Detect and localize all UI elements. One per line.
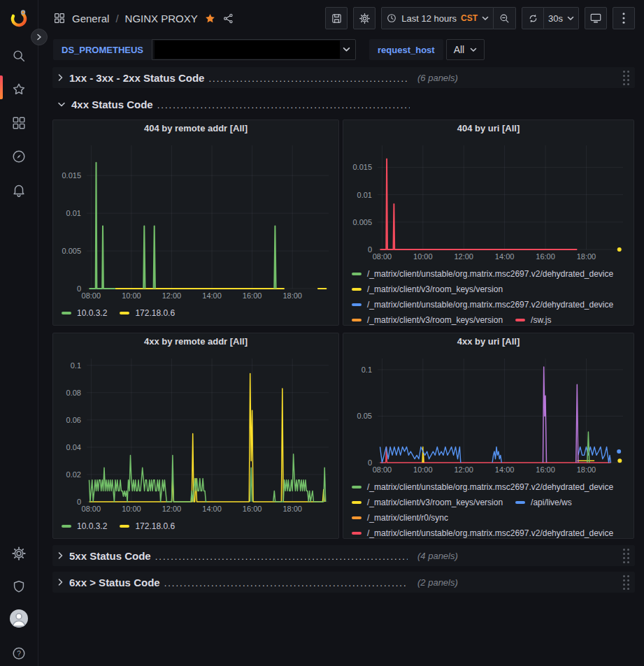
profile-avatar[interactable] bbox=[0, 607, 38, 630]
panel-title[interactable]: 404 by uri [All] bbox=[343, 123, 634, 140]
configuration-gear-icon[interactable] bbox=[0, 542, 38, 565]
row-title: 4xx Status Code bbox=[71, 99, 153, 110]
legend-item[interactable]: 10.0.3.2 bbox=[62, 305, 107, 321]
chart-canvas[interactable]: 08:0010:0012:0014:0016:0018:0000.050.1 bbox=[345, 353, 631, 475]
legend-item[interactable]: /_matrix/client/r0/sync bbox=[352, 510, 448, 526]
row-drag-handle[interactable] bbox=[623, 549, 629, 563]
svg-text:0.1: 0.1 bbox=[71, 361, 81, 370]
explore-compass-icon[interactable] bbox=[0, 145, 38, 168]
legend-label: /_matrix/client/unstable/org.matrix.msc2… bbox=[367, 300, 613, 310]
svg-text:0.005: 0.005 bbox=[352, 218, 372, 226]
search-icon[interactable] bbox=[0, 45, 38, 67]
dashboard-settings-button[interactable] bbox=[353, 7, 375, 29]
legend-item[interactable]: /_matrix/client/unstable/org.matrix.msc2… bbox=[352, 266, 613, 282]
refresh-interval-dropdown[interactable]: 30s bbox=[544, 7, 579, 29]
more-options-button[interactable] bbox=[613, 7, 635, 29]
legend-item[interactable]: 10.0.3.2 bbox=[62, 519, 107, 534]
legend-item[interactable]: /_matrix/client/unstable/org.matrix.msc2… bbox=[352, 479, 613, 495]
datasource-select[interactable] bbox=[152, 39, 356, 60]
panel-legend: 10.0.3.2172.18.0.6 bbox=[62, 519, 338, 534]
panel-title[interactable]: 4xx by uri [All] bbox=[343, 336, 634, 353]
save-dashboard-button[interactable] bbox=[325, 7, 348, 29]
legend-swatch bbox=[352, 303, 362, 306]
refresh-icon bbox=[527, 13, 539, 24]
svg-text:12:00: 12:00 bbox=[162, 291, 182, 300]
panel-title[interactable]: 404 by remote addr [All] bbox=[53, 123, 338, 140]
legend-swatch bbox=[352, 516, 362, 519]
svg-text:0: 0 bbox=[77, 284, 81, 293]
sidebar: ? bbox=[0, 0, 38, 666]
legend-item[interactable]: /_matrix/client/unstable/org.matrix.msc2… bbox=[352, 526, 613, 538]
request-host-label[interactable]: request_host bbox=[369, 39, 443, 60]
grafana-logo-icon[interactable] bbox=[0, 7, 38, 29]
svg-text:16:00: 16:00 bbox=[536, 252, 555, 261]
server-admin-shield-icon[interactable] bbox=[0, 576, 38, 598]
svg-text:16:00: 16:00 bbox=[536, 465, 555, 474]
legend-label: /_matrix/client/unstable/org.matrix.msc2… bbox=[367, 528, 613, 538]
legend-item[interactable]: /_matrix/client/v3/room_keys/version bbox=[352, 312, 503, 325]
row-5xx[interactable]: 5xx Status Code ........................… bbox=[52, 545, 635, 566]
chart-canvas[interactable]: 08:0010:0012:0014:0016:0018:0000.0050.01… bbox=[55, 140, 337, 301]
legend-swatch bbox=[62, 312, 71, 314]
legend-swatch bbox=[120, 525, 129, 528]
svg-text:18:00: 18:00 bbox=[282, 505, 302, 513]
svg-text:18:00: 18:00 bbox=[577, 252, 596, 261]
svg-text:12:00: 12:00 bbox=[454, 252, 473, 261]
svg-text:0.06: 0.06 bbox=[66, 416, 81, 424]
refresh-button[interactable] bbox=[522, 7, 544, 29]
share-icon[interactable] bbox=[222, 13, 234, 24]
refresh-interval-value: 30s bbox=[548, 13, 563, 24]
leader-dots: ........................................… bbox=[157, 100, 410, 110]
row-title: 1xx - 3xx - 2xx Status Code bbox=[69, 72, 204, 84]
legend-item[interactable]: 172.18.0.6 bbox=[120, 305, 175, 321]
cycle-view-mode-button[interactable] bbox=[585, 7, 607, 29]
svg-text:10:00: 10:00 bbox=[122, 505, 141, 513]
dashboards-icon[interactable] bbox=[0, 112, 38, 134]
request-host-select[interactable]: All bbox=[446, 39, 485, 60]
svg-text:0.04: 0.04 bbox=[66, 443, 81, 451]
datasource-label[interactable]: DS_PROMETHEUS bbox=[53, 39, 152, 60]
svg-text:08:00: 08:00 bbox=[373, 465, 392, 474]
legend-item[interactable]: /_matrix/client/v3/room_keys/version bbox=[352, 282, 503, 297]
legend-item[interactable]: /_matrix/client/unstable/org.matrix.msc2… bbox=[352, 297, 613, 312]
legend-item[interactable]: /_matrix/client/v3/room_keys/version bbox=[352, 495, 503, 510]
help-icon[interactable]: ? bbox=[0, 642, 38, 665]
zoom-out-button[interactable] bbox=[494, 7, 516, 29]
gear-icon bbox=[359, 13, 371, 24]
breadcrumb-section[interactable]: General bbox=[72, 13, 109, 24]
time-picker-group: Last 12 hours CST bbox=[381, 7, 516, 29]
row-drag-handle[interactable] bbox=[623, 575, 629, 590]
sidebar-expand-button[interactable] bbox=[31, 29, 48, 45]
panels-row-2: 4xx by remote addr [All] 08:0010:0012:00… bbox=[52, 333, 635, 539]
favorite-star-icon[interactable] bbox=[204, 13, 216, 24]
row-4xx[interactable]: 4xx Status Code ........................… bbox=[52, 94, 635, 114]
refresh-group: 30s bbox=[522, 7, 579, 29]
legend-swatch bbox=[515, 501, 525, 504]
legend-swatch bbox=[120, 312, 129, 314]
legend-item[interactable]: 172.18.0.6 bbox=[120, 519, 175, 534]
chevron-down-icon bbox=[470, 48, 477, 52]
row-6xx[interactable]: 6xx > Status Code ......................… bbox=[52, 572, 635, 593]
legend-swatch bbox=[515, 319, 525, 321]
alerting-bell-icon[interactable] bbox=[0, 179, 38, 201]
legend-item[interactable]: /sw.js bbox=[515, 312, 551, 325]
time-range-button[interactable]: Last 12 hours CST bbox=[381, 7, 494, 29]
svg-text:08:00: 08:00 bbox=[373, 252, 392, 261]
toolbar: Last 12 hours CST bbox=[325, 7, 635, 29]
row-panel-count: (6 panels) bbox=[417, 73, 458, 83]
chart-canvas[interactable]: 08:0010:0012:0014:0016:0018:0000.0050.01… bbox=[345, 140, 631, 262]
svg-text:16:00: 16:00 bbox=[243, 505, 262, 513]
chart-canvas[interactable]: 08:0010:0012:0014:0016:0018:0000.020.040… bbox=[55, 353, 337, 514]
svg-text:0.02: 0.02 bbox=[66, 470, 81, 479]
breadcrumb-title[interactable]: NGINX PROXY bbox=[125, 13, 198, 24]
leader-dots: ........................................… bbox=[164, 578, 408, 588]
svg-text:0.01: 0.01 bbox=[357, 191, 372, 199]
redacted-value bbox=[155, 41, 340, 59]
starred-icon[interactable] bbox=[0, 78, 38, 101]
request-host-value: All bbox=[454, 44, 465, 55]
panel-title[interactable]: 4xx by remote addr [All] bbox=[53, 336, 338, 353]
row-drag-handle[interactable] bbox=[623, 71, 629, 85]
legend-swatch bbox=[352, 288, 362, 291]
row-1xx-3xx-2xx[interactable]: 1xx - 3xx - 2xx Status Code ............… bbox=[52, 67, 635, 88]
legend-item[interactable]: /api/live/ws bbox=[515, 495, 572, 510]
